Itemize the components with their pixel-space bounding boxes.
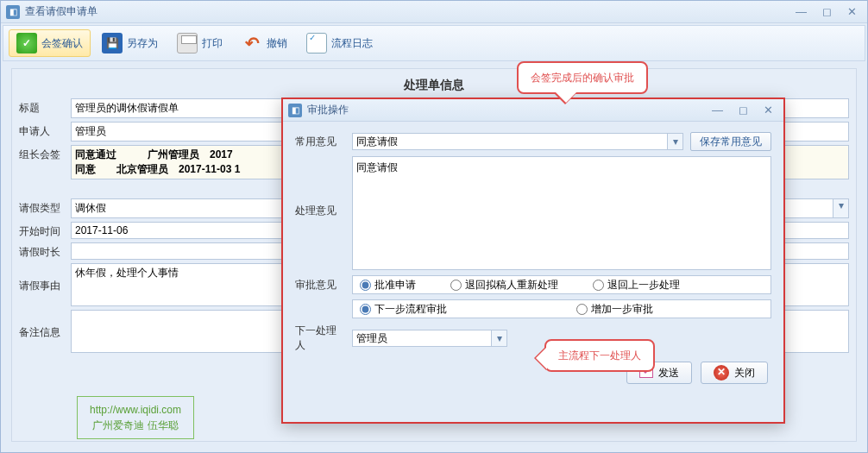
- label-duration: 请假时长: [19, 242, 71, 260]
- print-icon: [177, 33, 198, 53]
- dialog-window-controls: — ◻ ✕: [712, 104, 778, 116]
- undo-icon: ↶: [242, 33, 262, 53]
- label-approve-opinion: 审批意见: [295, 278, 345, 293]
- chevron-down-icon[interactable]: ▾: [492, 330, 507, 347]
- label-title: 标题: [19, 98, 71, 116]
- radio-return-draft[interactable]: 退回拟稿人重新处理: [450, 278, 558, 293]
- approve-dialog: ◧ 审批操作 — ◻ ✕ 常用意见 ▾ 保存常用意见 处理意见: [281, 98, 785, 424]
- btn-label: 会签确认: [41, 36, 83, 51]
- section-title: 处理单信息: [19, 78, 849, 98]
- save-as-button[interactable]: 💾 另存为: [94, 29, 166, 57]
- next-handler-input[interactable]: [352, 330, 492, 347]
- window-controls: — ◻ ✕: [796, 5, 862, 18]
- callout-next-handler: 主流程下一处理人: [544, 339, 655, 372]
- dialog-close-button[interactable]: ✕: [764, 104, 773, 116]
- watermark-name: 广州爱奇迪 伍华聪: [90, 418, 181, 433]
- common-opinion-input[interactable]: [352, 133, 668, 150]
- dialog-maximize-button[interactable]: ◻: [739, 104, 748, 116]
- handle-opinion-textarea[interactable]: [352, 156, 771, 270]
- label-applicant: 申请人: [19, 122, 71, 139]
- log-icon: [306, 33, 327, 53]
- main-titlebar: ◧ 查看请假申请单 — ◻ ✕: [1, 1, 867, 23]
- label-remark: 备注信息: [19, 310, 71, 340]
- callout-confirm-approve: 会签完成后的确认审批: [517, 61, 648, 94]
- label-starttime: 开始时间: [19, 222, 71, 239]
- main-window: ◧ 查看请假申请单 — ◻ ✕ ✓ 会签确认 💾 另存为 打印 ↶ 撤销 流程日…: [0, 0, 868, 453]
- dialog-icon: ◧: [288, 104, 302, 117]
- minimize-button[interactable]: —: [796, 5, 807, 18]
- dialog-minimize-button[interactable]: —: [712, 104, 723, 116]
- save-icon: 💾: [102, 33, 123, 53]
- label-reason: 请假事由: [19, 263, 71, 293]
- bubble-tail-icon: [553, 92, 577, 116]
- label-next-handler: 下一处理人: [295, 324, 345, 353]
- chevron-down-icon[interactable]: ▾: [833, 199, 848, 217]
- label-common-opinion: 常用意见: [295, 135, 345, 149]
- label-handle-opinion: 处理意见: [295, 156, 345, 218]
- dialog-titlebar: ◧ 审批操作 — ◻ ✕: [283, 99, 783, 122]
- radio-add-step[interactable]: 增加一步审批: [576, 302, 653, 317]
- save-common-opinion-button[interactable]: 保存常用意见: [690, 132, 771, 151]
- process-log-button[interactable]: 流程日志: [299, 29, 381, 57]
- btn-label: 另存为: [127, 36, 158, 51]
- approve-radio-group: 批准申请 退回拟稿人重新处理 退回上一步处理: [352, 275, 771, 294]
- window-title: 查看请假申请单: [25, 4, 796, 19]
- label-leavetype: 请假类型: [19, 198, 71, 216]
- radio-next-step[interactable]: 下一步流程审批: [360, 302, 447, 317]
- close-icon: ✕: [714, 365, 729, 381]
- btn-label: 撤销: [267, 36, 287, 51]
- bubble-tail-icon: [522, 346, 546, 370]
- chevron-down-icon[interactable]: ▾: [668, 133, 683, 150]
- countersign-confirm-button[interactable]: ✓ 会签确认: [9, 29, 91, 57]
- app-icon: ◧: [6, 5, 20, 19]
- btn-label: 打印: [202, 36, 223, 51]
- btn-label: 流程日志: [331, 36, 373, 51]
- close-dialog-button[interactable]: ✕ 关闭: [701, 362, 768, 384]
- undo-button[interactable]: ↶ 撤销: [234, 29, 295, 57]
- step-radio-group: 下一步流程审批 增加一步审批: [352, 299, 771, 318]
- print-button[interactable]: 打印: [169, 29, 230, 57]
- label-countersign: 组长会签: [19, 145, 71, 162]
- radio-return-prev[interactable]: 退回上一步处理: [593, 278, 680, 293]
- toolbar: ✓ 会签确认 💾 另存为 打印 ↶ 撤销 流程日志: [3, 25, 865, 61]
- radio-approve[interactable]: 批准申请: [360, 278, 416, 293]
- check-icon: ✓: [16, 33, 37, 53]
- dialog-title: 审批操作: [307, 103, 712, 117]
- watermark: http://www.iqidi.com 广州爱奇迪 伍华聪: [77, 396, 194, 439]
- close-button[interactable]: ✕: [847, 5, 857, 18]
- watermark-url: http://www.iqidi.com: [90, 402, 181, 418]
- maximize-button[interactable]: ◻: [822, 5, 832, 18]
